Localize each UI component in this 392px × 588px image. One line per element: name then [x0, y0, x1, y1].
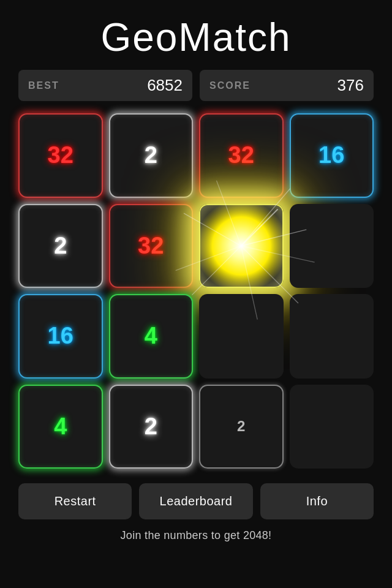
cell-3-2[interactable]: 2 — [199, 385, 284, 469]
footer-text: Join the numbers to get 2048! — [121, 529, 272, 542]
cell-2-0[interactable]: 16 — [18, 294, 103, 379]
cell-2-3 — [290, 294, 374, 379]
cell-1-3 — [290, 204, 374, 288]
best-value: 6852 — [147, 76, 183, 95]
current-score-box: SCORE 376 — [200, 70, 374, 101]
cell-0-3[interactable]: 16 — [290, 113, 374, 198]
button-row: Restart Leaderboard Info — [18, 483, 374, 519]
score-value: 376 — [337, 76, 364, 95]
best-score-box: BEST 6852 — [18, 70, 192, 101]
score-label: SCORE — [209, 80, 251, 91]
cell-value-2-0: 16 — [48, 323, 74, 349]
game-title: GeoMatch — [100, 15, 291, 60]
cell-3-3 — [290, 385, 374, 469]
cell-0-2[interactable]: 32 — [199, 113, 284, 198]
cell-1-2[interactable] — [199, 204, 284, 288]
svg-line-9 — [241, 209, 278, 246]
cell-value-0-2: 32 — [228, 142, 254, 168]
cell-value-1-0: 2 — [54, 233, 67, 259]
cell-3-0[interactable]: 4 — [18, 385, 103, 469]
score-bar: BEST 6852 SCORE 376 — [18, 70, 374, 101]
cell-0-1[interactable]: 2 — [109, 113, 194, 198]
cell-value-3-2: 2 — [237, 418, 245, 435]
info-button[interactable]: Info — [260, 483, 374, 519]
cell-value-0-0: 32 — [48, 142, 74, 168]
cell-1-0[interactable]: 2 — [18, 204, 103, 288]
cell-2-1[interactable]: 4 — [109, 294, 194, 379]
cell-value-1-1: 32 — [138, 233, 164, 259]
cell-value-3-0: 4 — [54, 413, 67, 440]
cell-value-0-1: 2 — [145, 142, 157, 168]
cell-value-0-3: 16 — [318, 142, 344, 168]
cell-0-0[interactable]: 32 — [18, 113, 103, 198]
cell-2-2 — [199, 294, 284, 379]
cell-value-3-1: 2 — [145, 413, 157, 440]
game-grid: 32 2 32 16 2 32 — [18, 113, 374, 469]
leaderboard-button[interactable]: Leaderboard — [139, 483, 252, 519]
cell-value-2-1: 4 — [145, 323, 157, 349]
cell-1-1[interactable]: 32 — [109, 204, 194, 288]
cell-3-1[interactable]: 2 — [109, 385, 194, 469]
restart-button[interactable]: Restart — [18, 483, 132, 519]
best-label: BEST — [28, 80, 59, 91]
svg-line-5 — [192, 246, 241, 295]
